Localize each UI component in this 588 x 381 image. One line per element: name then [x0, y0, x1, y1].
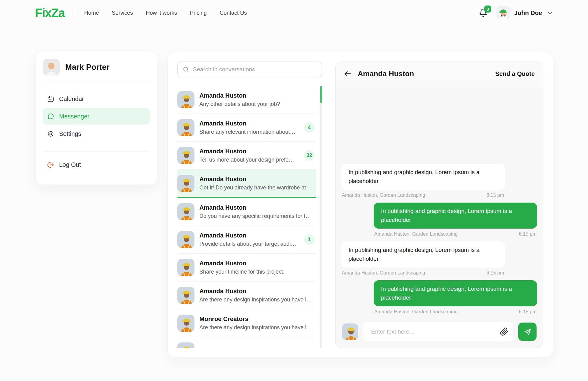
profile-name: Mark Porter — [65, 62, 110, 72]
chevron-down-icon — [546, 9, 553, 16]
avatar — [177, 203, 194, 220]
chat-header: Amanda Huston Send a Quote — [336, 62, 543, 86]
unread-count-badge: 1 — [304, 234, 315, 245]
conversation-item[interactable]: Amanda Huston Any other details about yo… — [177, 86, 316, 114]
message-group: In publishing and graphic design, Lorem … — [341, 241, 505, 276]
chat-title: Amanda Huston — [358, 69, 414, 78]
logout-icon — [47, 161, 54, 168]
messenger-icon — [47, 113, 54, 120]
avatar — [177, 231, 194, 248]
conversation-name: Amanda Huston — [199, 260, 316, 267]
avatar — [177, 147, 194, 164]
conversation-name: Amanda Huston — [199, 288, 316, 295]
conversation-preview: Got it! Do you already have the wardrobe… — [199, 185, 316, 191]
conversation-item[interactable]: Monroe Creators Are there any design ins… — [177, 309, 316, 337]
conversation-preview: Tell us more about your design prefe… — [199, 157, 299, 163]
avatar — [177, 175, 194, 192]
avatar — [177, 287, 194, 304]
search-icon — [183, 66, 189, 73]
conversation-name: Monroe Creators — [199, 316, 316, 323]
sidebar-item-settings[interactable]: Settings — [43, 125, 150, 142]
profile-row: Mark Porter — [43, 59, 150, 76]
conversation-preview: Do you have any specific requirements fo… — [199, 213, 316, 219]
chat-input-wrap — [363, 322, 513, 342]
top-right-cluster: 3 John Doe — [479, 6, 553, 20]
conversation-preview: Share your timeline for this project. — [199, 269, 316, 275]
logout-button[interactable]: Log Out — [43, 156, 150, 173]
conversation-item[interactable]: Monroe Creators — [177, 337, 316, 348]
sidebar-menu: Calendar Messenger Settings — [43, 91, 150, 142]
calendar-icon — [47, 95, 54, 103]
conversation-name: Amanda Huston — [199, 232, 299, 239]
logo-divider — [73, 9, 73, 17]
back-arrow-icon[interactable] — [344, 69, 352, 78]
conversation-preview: Any other details about your job? — [199, 101, 316, 107]
notification-count-badge: 3 — [484, 6, 491, 13]
conversation-preview: Are there any design inspirations you ha… — [199, 297, 316, 303]
conversation-name: Amanda Huston — [199, 204, 316, 211]
message-group: In publishing and graphic design, Lorem … — [341, 164, 505, 198]
message-group: In publishing and graphic design, Lorem … — [374, 203, 537, 237]
nav-item-contact-us[interactable]: Contact Us — [220, 10, 247, 16]
brand-logo[interactable]: FixZa — [35, 6, 65, 20]
message-meta: Amanda Huston, Garden Landscaping — [342, 192, 425, 198]
conversation-list: Amanda Huston Any other details about yo… — [177, 86, 316, 348]
gear-icon — [47, 130, 54, 137]
avatar — [177, 119, 194, 136]
search-input[interactable] — [193, 66, 317, 73]
chat-panel: Amanda Huston Send a Quote In publishing… — [335, 62, 543, 348]
send-quote-button[interactable]: Send a Quote — [495, 70, 535, 77]
scrollbar-track[interactable] — [320, 86, 322, 348]
message-bubble: In publishing and graphic design, Lorem … — [374, 280, 537, 306]
messenger-card: Amanda Huston Any other details about yo… — [168, 51, 553, 358]
message-meta: Amanda Huston, Garden Landscaping — [374, 309, 458, 315]
conversation-item[interactable]: Amanda Huston Do you have any specific r… — [177, 198, 316, 226]
notifications-button[interactable]: 3 — [479, 8, 488, 17]
unread-count-badge: 4 — [304, 122, 315, 133]
message-meta: Amanda Huston, Garden Landscaping — [342, 270, 425, 276]
avatar — [496, 6, 510, 20]
sidebar-item-calendar[interactable]: Calendar — [43, 91, 150, 107]
conversation-item[interactable]: Amanda Huston Provide details about your… — [177, 226, 316, 254]
avatar — [177, 259, 194, 276]
conversation-name: Monroe Creators — [199, 347, 316, 348]
nav-item-home[interactable]: Home — [84, 10, 99, 16]
message-time: 6:15 pm — [486, 270, 504, 276]
scrollbar-thumb[interactable] — [320, 86, 322, 103]
sidebar-item-messenger[interactable]: Messenger — [43, 108, 150, 125]
avatar — [177, 315, 194, 332]
sidebar: Mark Porter Calendar Messenger Settings … — [36, 51, 157, 185]
conversation-name: Amanda Huston — [199, 148, 299, 155]
conversation-item[interactable]: Amanda Huston Share your timeline for th… — [177, 254, 316, 282]
message-bubble: In publishing and graphic design, Lorem … — [341, 241, 505, 267]
nav-item-services[interactable]: Services — [112, 10, 133, 16]
conversation-name: Amanda Huston — [199, 120, 299, 127]
message-meta: Amanda Huston, Garden Landscaping — [374, 231, 458, 237]
nav-item-pricing[interactable]: Pricing — [190, 10, 207, 16]
conversation-item[interactable]: Amanda Huston Got it! Do you already hav… — [177, 170, 316, 198]
message-time: 6:15 pm — [519, 231, 537, 237]
nav-item-how-it-works[interactable]: How it works — [146, 10, 177, 16]
conversation-search — [177, 62, 322, 77]
main-nav: HomeServicesHow it worksPricingContact U… — [84, 10, 247, 16]
message-input-bar — [336, 319, 543, 348]
message-bubble: In publishing and graphic design, Lorem … — [374, 203, 537, 229]
profile-avatar — [43, 59, 60, 76]
send-button[interactable] — [518, 323, 537, 341]
message-input[interactable] — [363, 322, 513, 342]
conversation-name: Amanda Huston — [199, 92, 316, 99]
paperclip-icon[interactable] — [500, 327, 508, 336]
message-bubble: In publishing and graphic design, Lorem … — [341, 164, 505, 190]
divider — [43, 151, 150, 151]
conversation-item[interactable]: Amanda Huston Share any relevant informa… — [177, 114, 316, 142]
user-menu[interactable]: John Doe — [496, 6, 553, 20]
send-icon — [523, 328, 532, 336]
avatar — [342, 323, 358, 340]
conversation-item[interactable]: Amanda Huston Tell us more about your de… — [177, 142, 316, 170]
conversation-name: Amanda Huston — [199, 176, 316, 183]
message-time: 6:15 pm — [486, 192, 504, 198]
unread-count-badge: 32 — [304, 150, 315, 161]
avatar — [177, 91, 194, 108]
conversation-item[interactable]: Amanda Huston Are there any design inspi… — [177, 282, 316, 309]
divider — [43, 83, 150, 83]
